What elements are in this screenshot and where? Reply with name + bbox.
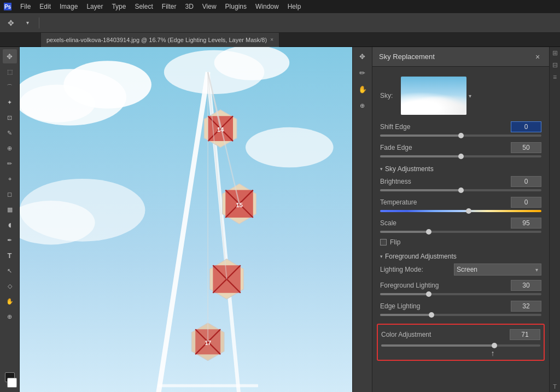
tab-close-button[interactable]: × <box>270 37 273 43</box>
tab-filename: pexels-elina-volkova-18403914.jpg @ 16.7… <box>46 37 267 43</box>
panel-zoom-icon[interactable]: ⊕ <box>355 98 370 113</box>
menu-image[interactable]: Image <box>56 2 81 11</box>
temperature-row: Temperature <box>372 196 549 217</box>
foreground-lighting-slider-track[interactable] <box>380 293 541 295</box>
menu-view[interactable]: View <box>199 2 220 11</box>
brightness-slider-thumb[interactable] <box>458 188 464 193</box>
menu-filter[interactable]: Filter <box>158 2 180 11</box>
color-adjustment-slider-thumb[interactable] <box>492 343 497 348</box>
menu-type[interactable]: Type <box>108 2 130 11</box>
scale-row: Scale <box>372 217 549 237</box>
panel-hand-icon[interactable]: ✋ <box>355 82 370 96</box>
dodge-tool[interactable]: ◖ <box>3 218 17 232</box>
selection-tool[interactable]: ⬚ <box>3 65 17 79</box>
svg-point-5 <box>20 85 95 122</box>
temperature-input[interactable] <box>511 197 541 208</box>
brightness-input[interactable] <box>511 176 541 187</box>
sky-adjustments-section-header[interactable]: ▾ Sky Adjustments <box>372 162 549 175</box>
menu-window[interactable]: Window <box>252 2 283 11</box>
scale-slider-fill <box>380 231 429 233</box>
type-tool[interactable]: T <box>3 248 17 262</box>
brightness-row: Brightness <box>372 175 549 196</box>
menu-layer[interactable]: Layer <box>83 2 107 11</box>
sky-thumb-clouds <box>401 92 466 115</box>
sky-replacement-panel: ✥ ✏ ✋ ⊕ Sky Replacement × Sky: <box>352 47 560 392</box>
shift-edge-slider-thumb[interactable] <box>458 133 464 138</box>
edge-lighting-slider-fill <box>380 314 431 316</box>
sky-thumbnail-container[interactable]: ▾ <box>401 77 471 115</box>
document-tab[interactable]: pexels-elina-volkova-18403914.jpg @ 16.7… <box>41 33 279 47</box>
menu-file[interactable]: File <box>16 2 34 11</box>
menu-help[interactable]: Help <box>284 2 305 11</box>
sky-dropdown-arrow-icon[interactable]: ▾ <box>469 93 471 99</box>
lighting-mode-select-wrapper: Multiply Screen Luminosity <box>454 264 541 276</box>
edge-lighting-input[interactable] <box>511 301 541 312</box>
flip-label: Flip <box>390 238 400 246</box>
color-adjustment-input[interactable] <box>510 329 540 340</box>
color-adjustment-section: Color Adjustment ↑ <box>377 324 545 361</box>
temperature-slider-thumb[interactable] <box>466 208 471 214</box>
properties-icon[interactable]: ⊞ <box>552 49 558 57</box>
fade-edge-slider-track[interactable] <box>380 155 541 157</box>
scale-slider-track[interactable] <box>380 231 541 233</box>
lasso-tool[interactable]: ⌒ <box>3 80 17 94</box>
brush-tool[interactable]: ✏ <box>3 156 17 171</box>
fade-edge-slider-thumb[interactable] <box>458 154 464 159</box>
sky-thumbnail <box>401 77 466 115</box>
foreground-adjustments-chevron-icon: ▾ <box>380 254 383 259</box>
flip-checkbox[interactable] <box>380 239 387 245</box>
foreground-adjustments-section-header[interactable]: ▾ Foreground Adjustments <box>372 249 549 262</box>
edge-lighting-slider-thumb[interactable] <box>429 312 434 318</box>
quick-select-tool[interactable]: ✦ <box>3 95 17 109</box>
move-tool[interactable]: ✥ <box>3 49 17 63</box>
menu-plugins[interactable]: Plugins <box>221 2 250 11</box>
scale-input[interactable] <box>511 218 541 229</box>
shift-edge-slider-track[interactable] <box>380 134 541 137</box>
pen-tool[interactable]: ✒ <box>3 233 17 247</box>
toolbar-separator <box>39 17 39 28</box>
scale-slider-thumb[interactable] <box>426 229 431 235</box>
path-select-tool[interactable]: ↖ <box>3 264 17 278</box>
lighting-mode-select[interactable]: Multiply Screen Luminosity <box>454 264 541 276</box>
shift-edge-slider-fill <box>380 134 461 137</box>
shape-tool[interactable]: ◇ <box>3 279 17 293</box>
menu-select[interactable]: Select <box>131 2 156 11</box>
background-color[interactable] <box>7 378 17 388</box>
menu-3d[interactable]: 3D <box>181 2 197 11</box>
arrow-dropdown[interactable]: ▾ <box>21 16 34 30</box>
shift-edge-input[interactable] <box>511 121 541 132</box>
panel-brush-icon[interactable]: ✏ <box>355 66 370 80</box>
temperature-slider-track[interactable] <box>380 210 541 212</box>
move-tool-options[interactable]: ✥ <box>4 16 18 30</box>
panel-move-icon[interactable]: ✥ <box>355 49 370 63</box>
fade-edge-row: Fade Edge <box>372 141 549 162</box>
crop-tool[interactable]: ⊡ <box>3 110 17 125</box>
gradient-tool[interactable]: ▦ <box>3 202 17 217</box>
spot-heal-tool[interactable]: ⊕ <box>3 141 17 155</box>
foreground-lighting-slider-fill <box>380 293 429 295</box>
bottom-icon[interactable]: T <box>553 383 557 390</box>
filter-icon[interactable]: ≡ <box>553 73 557 81</box>
panel-close-button[interactable]: × <box>533 52 542 62</box>
foreground-lighting-input[interactable] <box>511 280 541 291</box>
panel-header: Sky Replacement × <box>372 47 549 67</box>
sky-adjustments-chevron-icon: ▾ <box>380 166 383 172</box>
zoom-tool[interactable]: ⊕ <box>3 309 17 324</box>
canvas-image: 14 15 <box>20 47 352 392</box>
clone-stamp-tool[interactable]: ⌖ <box>3 172 17 186</box>
cursor-indicator: ↑ <box>491 349 495 358</box>
menu-edit[interactable]: Edit <box>36 2 55 11</box>
panel-left-toolbar: ✥ ✏ ✋ ⊕ <box>353 47 372 392</box>
foreground-lighting-row: Foreground Lighting <box>372 279 549 300</box>
fade-edge-slider-fill <box>380 155 461 157</box>
fade-edge-input[interactable] <box>511 142 541 153</box>
brightness-slider-track[interactable] <box>380 189 541 191</box>
foreground-lighting-slider-thumb[interactable] <box>426 291 431 297</box>
eyedropper-tool[interactable]: ✎ <box>3 126 17 140</box>
hand-tool[interactable]: ✋ <box>3 294 17 308</box>
eraser-tool[interactable]: ◻ <box>3 187 17 201</box>
color-adjustment-slider-track[interactable] <box>381 344 540 347</box>
sky-selector-row: Sky: ▾ <box>372 71 549 120</box>
edge-lighting-slider-track[interactable] <box>380 314 541 316</box>
adjustments-icon[interactable]: ⊟ <box>552 61 558 69</box>
